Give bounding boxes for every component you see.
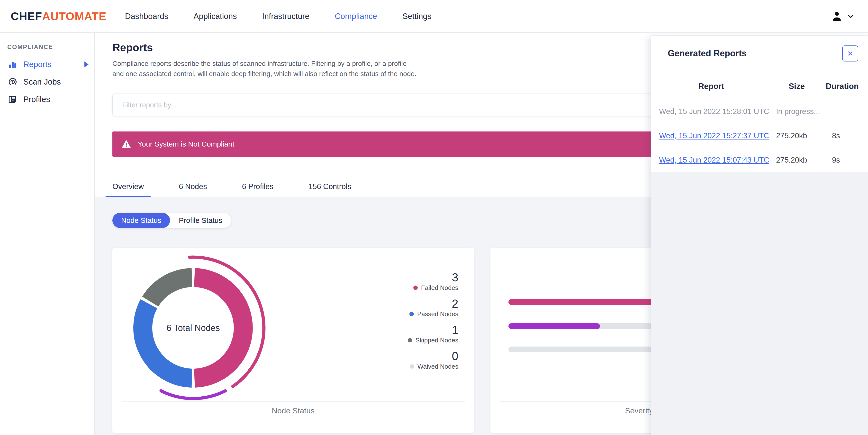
node-status-card-title: Node Status: [113, 406, 474, 415]
legend-value-waived-nodes: 0: [410, 350, 458, 363]
sidebar: COMPLIANCE ReportsScan JobsProfiles: [0, 33, 95, 435]
chevron-down-icon: [847, 13, 855, 20]
report-date-cell: Wed, 15 Jun 2022 15:07:43 UTC: [651, 156, 771, 165]
report-size-cell: 275.20kb: [771, 156, 822, 165]
chevron-right-icon: [85, 62, 89, 67]
legend-value-skipped-nodes: 1: [408, 324, 458, 336]
column-header-size: Size: [771, 82, 822, 91]
report-tabs: Overview6 Nodes6 Profiles156 Controls: [105, 177, 358, 197]
tab-overview[interactable]: Overview: [105, 177, 151, 197]
report-size-cell: In progress...: [771, 107, 822, 116]
report-row-1: Wed, 15 Jun 2022 15:27:37 UTC275.20kb8s: [651, 124, 868, 148]
report-date-cell: Wed, 15 Jun 2022 15:28:01 UTC: [651, 107, 771, 116]
documents-icon: [8, 95, 18, 104]
legend-label-row: Skipped Nodes: [408, 336, 458, 344]
column-header-duration: Duration: [822, 82, 868, 91]
warning-icon: [121, 139, 131, 149]
reports-table-header: ReportSizeDuration: [651, 73, 868, 99]
brand-logo[interactable]: CHEFAUTOMATE: [11, 10, 106, 23]
generated-reports-drawer: Generated Reports ✕ ReportSizeDuration W…: [651, 35, 868, 435]
banner-text: Your System is Not Compliant: [138, 140, 234, 148]
legend-value-failed-nodes: 3: [413, 271, 458, 284]
close-icon: ✕: [847, 49, 853, 58]
donut-center-label: 6 Total Nodes: [145, 323, 242, 333]
reports-table-body: Wed, 15 Jun 2022 15:28:01 UTCIn progress…: [651, 99, 868, 172]
nav-item-infrastructure[interactable]: Infrastructure: [262, 12, 309, 21]
legend-label: Passed Nodes: [417, 310, 458, 318]
legend-dot-failed-nodes: [413, 286, 418, 290]
severity-bar-fill-1: [508, 323, 600, 329]
donut-outer-arc-1: [161, 391, 225, 399]
report-date-cell: Wed, 15 Jun 2022 15:27:37 UTC: [651, 131, 771, 140]
sidebar-item-reports[interactable]: Reports: [0, 57, 94, 72]
page-description: Compliance reports describe the status o…: [113, 59, 418, 79]
legend-value-passed-nodes: 2: [409, 297, 458, 310]
column-header-report: Report: [651, 82, 771, 91]
report-download-link[interactable]: Wed, 15 Jun 2022 15:07:43 UTC: [659, 156, 769, 164]
generated-reports-panel: Generated Reports ✕ ReportSizeDuration W…: [651, 35, 868, 172]
toggle-profile-status[interactable]: Profile Status: [170, 213, 231, 228]
legend-dot-waived-nodes: [410, 364, 414, 369]
legend-label-row: Passed Nodes: [409, 310, 458, 318]
legend-item-skipped-nodes: 1Skipped Nodes: [408, 324, 458, 344]
card-divider: [122, 401, 465, 402]
node-status-card: 6 Total Nodes 3Failed Nodes2Passed Nodes…: [113, 248, 474, 433]
user-icon: [831, 10, 843, 23]
drawer-header: Generated Reports ✕: [651, 36, 868, 73]
report-date-text: Wed, 15 Jun 2022 15:28:01 UTC: [659, 107, 769, 116]
sidebar-item-profiles[interactable]: Profiles: [0, 92, 94, 107]
user-menu-button[interactable]: [831, 10, 857, 23]
node-status-legend: 3Failed Nodes2Passed Nodes1Skipped Nodes…: [408, 271, 458, 370]
donut-segment-skipped-nodes[interactable]: [150, 277, 192, 302]
page-title: Reports: [113, 41, 153, 54]
main-nav: DashboardsApplicationsInfrastructureComp…: [125, 12, 432, 21]
toggle-node-status[interactable]: Node Status: [113, 213, 170, 228]
legend-label-row: Waived Nodes: [410, 363, 458, 370]
tab-6-nodes[interactable]: 6 Nodes: [172, 177, 214, 197]
legend-label: Waived Nodes: [417, 363, 458, 370]
legend-item-passed-nodes: 2Passed Nodes: [409, 297, 458, 318]
brand-automate: AUTOMATE: [42, 10, 106, 23]
tab-156-controls[interactable]: 156 Controls: [302, 177, 358, 197]
brand-chef: CHEF: [11, 10, 42, 23]
status-toggle: Node StatusProfile Status: [113, 213, 231, 228]
report-duration-cell: 8s: [822, 131, 868, 140]
sidebar-item-label: Scan Jobs: [23, 77, 61, 87]
sidebar-item-label: Profiles: [23, 95, 50, 104]
sidebar-item-label: Reports: [23, 60, 52, 69]
legend-item-failed-nodes: 3Failed Nodes: [413, 271, 458, 292]
legend-label: Skipped Nodes: [415, 336, 458, 344]
legend-label: Failed Nodes: [421, 284, 458, 292]
report-row-0: Wed, 15 Jun 2022 15:28:01 UTCIn progress…: [651, 99, 868, 124]
bar-chart-icon: [8, 60, 18, 69]
drawer-close-button[interactable]: ✕: [842, 45, 858, 62]
report-download-link[interactable]: Wed, 15 Jun 2022 15:27:37 UTC: [659, 131, 769, 140]
legend-item-waived-nodes: 0Waived Nodes: [410, 350, 458, 370]
legend-label-row: Failed Nodes: [413, 284, 458, 292]
top-nav: CHEFAUTOMATE DashboardsApplicationsInfra…: [0, 0, 868, 33]
nav-item-applications[interactable]: Applications: [194, 12, 237, 21]
report-size-cell: 275.20kb: [771, 131, 822, 140]
sidebar-item-scan-jobs[interactable]: Scan Jobs: [0, 74, 94, 90]
tab-6-profiles[interactable]: 6 Profiles: [235, 177, 280, 197]
nav-item-settings[interactable]: Settings: [402, 12, 431, 21]
sidebar-section-label: COMPLIANCE: [7, 43, 94, 51]
report-duration-cell: 9s: [822, 156, 868, 165]
report-row-2: Wed, 15 Jun 2022 15:07:43 UTC275.20kb9s: [651, 148, 868, 172]
radar-icon: [8, 77, 18, 87]
nav-item-compliance[interactable]: Compliance: [335, 12, 377, 21]
drawer-title: Generated Reports: [668, 48, 747, 59]
legend-dot-skipped-nodes: [408, 338, 412, 342]
legend-dot-passed-nodes: [409, 312, 414, 316]
donut-segment-passed-nodes[interactable]: [143, 304, 192, 378]
nav-item-dashboards[interactable]: Dashboards: [125, 12, 168, 21]
